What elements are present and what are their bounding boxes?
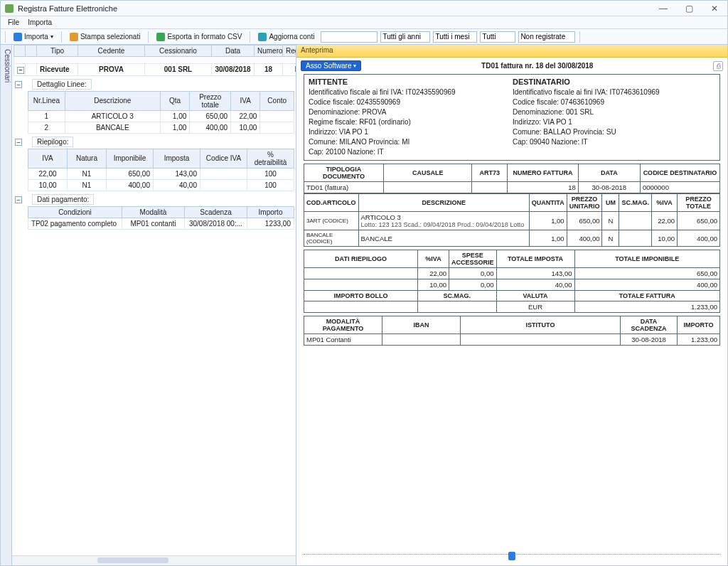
- toolbar: Importa ▾ Stampa selezionati Esporta in …: [1, 29, 727, 45]
- col-registrata[interactable]: Registrata: [283, 46, 296, 57]
- col-data[interactable]: Data: [212, 46, 255, 57]
- section-riepilogo-label: Riepilogo:: [32, 137, 73, 147]
- table-row[interactable]: 1ARTICOLO 31,00650,0022,00: [28, 110, 294, 122]
- collapse-dettaglio-icon[interactable]: –: [15, 81, 22, 88]
- esporta-csv-button[interactable]: Esporta in formato CSV: [153, 31, 245, 43]
- import-icon: [14, 33, 22, 41]
- riepilogo-grid[interactable]: IVA Natura Imponibile Imposta Codice IVA…: [28, 149, 294, 191]
- preview-pane: Anteprima Asso Software TD01 fattura nr.…: [296, 45, 727, 565]
- pagamento-grid[interactable]: Condizioni Modalità Scadenza Importo TP0…: [28, 206, 294, 230]
- aggiorna-conti-button[interactable]: Aggiorna conti: [255, 31, 318, 43]
- line-row: 3ART (CODICE) ARTICOLO 3Lotto: 123 123 S…: [304, 212, 720, 230]
- left-pane: Tipo Cedente Cessionario Data Numero Reg…: [12, 45, 296, 565]
- invoices-grid[interactable]: Tipo Cedente Cessionario Data Numero Reg…: [14, 45, 296, 76]
- filter-tutti-select[interactable]: [480, 31, 515, 43]
- collapse-pagamento-icon[interactable]: –: [15, 196, 22, 203]
- side-tab-cessionari[interactable]: Cessionari: [1, 45, 12, 565]
- print-preview-icon[interactable]: ⎙: [713, 61, 723, 71]
- doc-header-table: TIPOLOGIA DOCUMENTO CAUSALE ART73 NUMERO…: [304, 164, 720, 193]
- section-dettaglio-label: Dettaglio Linee:: [32, 79, 92, 90]
- maximize-button[interactable]: ▢: [680, 4, 697, 14]
- stampa-button[interactable]: Stampa selezionati: [66, 31, 144, 43]
- table-row[interactable]: 22,00N1650,00143,00100: [28, 168, 294, 179]
- zoom-slider[interactable]: [304, 551, 720, 565]
- parties-box: MITTENTE Identificativo fiscale ai fini …: [304, 74, 720, 161]
- col-cedente[interactable]: Cedente: [78, 46, 145, 57]
- lines-table: COD.ARTICOLO DESCRIZIONE QUANTITA PREZZO…: [304, 193, 720, 247]
- export-icon: [156, 33, 165, 41]
- importa-button[interactable]: Importa ▾: [10, 31, 57, 43]
- menu-file[interactable]: File: [5, 18, 22, 26]
- menu-bar: File Importa: [1, 16, 727, 29]
- table-row[interactable]: 2BANCALE1,00400,0010,00: [28, 122, 294, 133]
- filter-anni-select[interactable]: [380, 31, 430, 43]
- table-row[interactable]: 10,00N1400,0040,00100: [28, 179, 294, 191]
- dettaglio-grid[interactable]: Nr.Linea Descrizione Qta Prezzo totale I…: [28, 91, 294, 134]
- line-row: BANCALE (CODICE) BANCALE 1,00 400,00 N 1…: [304, 230, 720, 247]
- col-tipo[interactable]: Tipo: [37, 46, 78, 57]
- left-horizontal-scrollbar[interactable]: [12, 555, 296, 565]
- menu-importa[interactable]: Importa: [25, 18, 55, 26]
- col-numero[interactable]: Numero: [255, 46, 283, 57]
- print-icon: [70, 33, 78, 41]
- mittente-heading: MITTENTE: [309, 78, 511, 86]
- payment-table: MODALITÀ PAGAMENTO IBAN ISTITUTO DATA SC…: [304, 316, 720, 346]
- minimize-button[interactable]: —: [655, 4, 672, 14]
- asso-software-button[interactable]: Asso Software: [301, 60, 361, 71]
- section-pagamento-label: Dati pagamento:: [32, 194, 94, 205]
- slider-thumb-icon[interactable]: [508, 552, 515, 560]
- preview-title: TD01 fattura nr. 18 del 30/08/2018: [365, 62, 709, 70]
- title-bar: Registra Fatture Elettroniche — ▢ ✕: [1, 1, 727, 16]
- table-row[interactable]: TP02 pagamento completoMP01 contanti30/0…: [28, 218, 294, 229]
- preview-tab[interactable]: Anteprima: [296, 45, 727, 58]
- invoice-row[interactable]: – Ricevute PROVA 001 SRL 30/08/2018 18 N…: [14, 64, 296, 76]
- col-cessionario[interactable]: Cessionario: [145, 46, 212, 57]
- collapse-riepilogo-icon[interactable]: –: [15, 139, 22, 146]
- filter-registrate-select[interactable]: [518, 31, 575, 43]
- close-button[interactable]: ✕: [706, 4, 723, 14]
- filter-mesi-select[interactable]: [433, 31, 477, 43]
- refresh-icon: [258, 33, 267, 41]
- destinatario-heading: DESTINATARIO: [513, 78, 715, 86]
- expand-icon[interactable]: –: [17, 67, 24, 74]
- app-icon: [5, 4, 14, 13]
- window-title: Registra Fatture Elettroniche: [18, 4, 655, 13]
- toolbar-search-input[interactable]: [321, 31, 378, 43]
- summary-table: DATI RIEPILOGO %IVA SPESE ACCESSORIE TOT…: [304, 250, 720, 313]
